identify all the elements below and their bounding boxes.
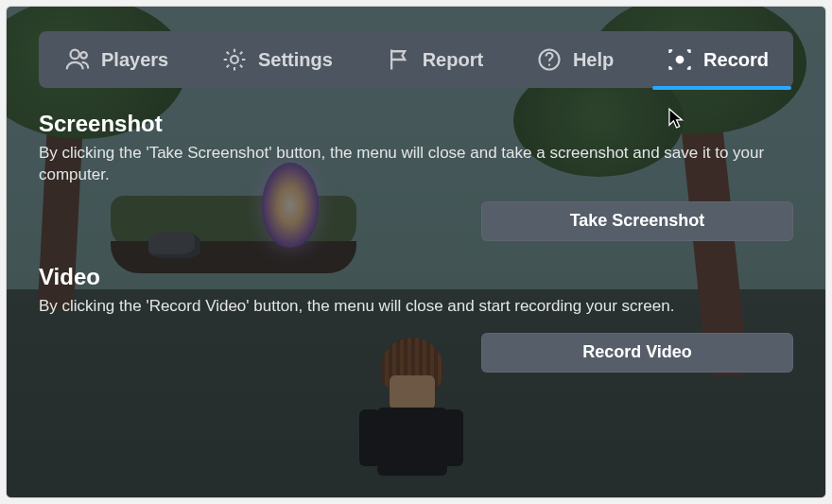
tab-players[interactable]: Players	[50, 31, 182, 88]
tab-label: Report	[423, 49, 483, 71]
svg-point-5	[676, 56, 685, 64]
tab-label: Settings	[258, 49, 333, 71]
help-icon	[535, 45, 563, 74]
menu-tabbar: Players Settings Report	[39, 31, 793, 88]
take-screenshot-button[interactable]: Take Screenshot	[481, 201, 793, 241]
section-heading: Video	[39, 264, 793, 290]
svg-point-2	[231, 56, 238, 63]
screenshot-section: Screenshot By clicking the 'Take Screens…	[39, 111, 793, 241]
gear-icon	[220, 45, 249, 74]
tab-help[interactable]: Help	[522, 31, 627, 88]
button-label: Record Video	[582, 342, 692, 362]
svg-point-0	[71, 50, 79, 59]
button-label: Take Screenshot	[570, 211, 705, 231]
section-description: By clicking the 'Record Video' button, t…	[39, 296, 793, 318]
section-heading: Screenshot	[39, 111, 793, 137]
flag-icon	[385, 45, 413, 74]
record-video-button[interactable]: Record Video	[481, 333, 793, 373]
svg-point-4	[548, 64, 550, 66]
video-section: Video By clicking the 'Record Video' but…	[39, 264, 793, 373]
svg-point-1	[80, 52, 87, 59]
active-tab-underline	[652, 86, 791, 90]
tab-settings[interactable]: Settings	[207, 31, 346, 88]
game-menu-window: Players Settings Report	[6, 6, 826, 498]
tab-label: Record	[703, 49, 769, 71]
players-icon	[63, 45, 92, 74]
tab-record[interactable]: Record	[652, 31, 782, 88]
tab-label: Help	[573, 49, 614, 71]
tab-label: Players	[101, 49, 168, 71]
section-description: By clicking the 'Take Screenshot' button…	[39, 143, 793, 186]
record-icon	[666, 45, 694, 74]
tab-report[interactable]: Report	[372, 31, 496, 88]
